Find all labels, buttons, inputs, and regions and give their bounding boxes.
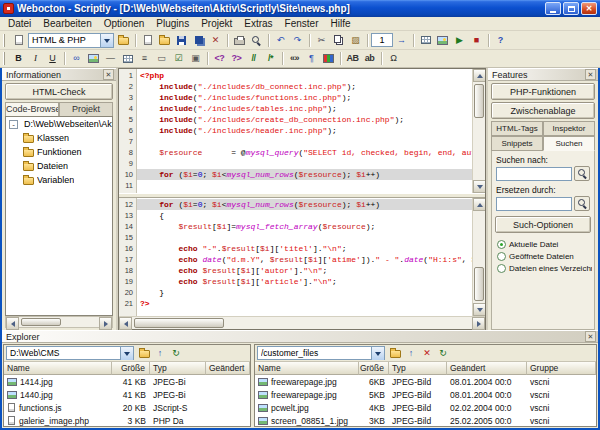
tree-root[interactable]: -D:\Web\Webseiten\Aktiv\Scri [6, 117, 112, 131]
scope-option[interactable]: Aktuelle Datei [494, 238, 592, 250]
hscroll-track[interactable] [132, 317, 472, 329]
tree-hscrollbar[interactable] [5, 316, 113, 328]
file-row[interactable]: 1440.jpg41 KBJPEG-Bi [4, 388, 250, 401]
line-comment-button[interactable]: // [245, 51, 262, 66]
scope-option[interactable]: Dateien eines Verzeichnis [494, 262, 592, 274]
editor-vscrollbar-bottom[interactable] [472, 198, 485, 316]
title-bar[interactable]: Webocton - Scriptly - [D:\Web\Webseiten\… [0, 0, 600, 17]
save-all-button[interactable] [190, 33, 207, 48]
goto-line-button[interactable]: → [393, 33, 410, 48]
menu-item-optionen[interactable]: Optionen [98, 17, 151, 30]
table-tag-button[interactable] [119, 51, 136, 66]
scroll-up-icon-2[interactable] [473, 198, 485, 211]
code-line-10[interactable]: 10 for ($i=0; $i<mysql_num_rows($resourc… [119, 169, 472, 180]
code-line-4[interactable]: 4 include("./includes/tables.inc.php"); [119, 103, 472, 114]
menu-item-hilfe[interactable]: Hilfe [325, 17, 357, 30]
replace-button[interactable] [574, 196, 590, 211]
list-tag-button[interactable]: ≡ [136, 51, 153, 66]
explorer-close-button[interactable]: ✕ [585, 331, 596, 342]
maximize-button[interactable] [563, 2, 579, 15]
radio-icon[interactable] [497, 240, 506, 249]
search-input[interactable] [496, 167, 572, 181]
search-button[interactable] [574, 166, 590, 181]
print-button[interactable] [231, 33, 248, 48]
right-delete-button[interactable]: ✕ [419, 346, 435, 360]
underline-button[interactable]: U [44, 51, 61, 66]
such-optionen-button[interactable]: Such-Optionen [495, 216, 591, 233]
button-tag-button[interactable]: ▣ [187, 51, 204, 66]
image-tag-button[interactable] [85, 51, 102, 66]
special-chars-button[interactable]: Ω [385, 51, 402, 66]
close-file-button[interactable]: ✕ [207, 33, 224, 48]
preview-button[interactable] [248, 33, 265, 48]
vscroll-thumb-top[interactable] [474, 84, 484, 118]
undo-button[interactable]: ↶ [272, 33, 289, 48]
column-header-name[interactable]: Name [4, 362, 112, 375]
left-path-dropdown-icon[interactable] [120, 347, 133, 360]
menu-item-plugins[interactable]: Plugins [150, 17, 195, 30]
right-path-select[interactable]: /customer_files [257, 346, 385, 360]
italic-button[interactable]: I [27, 51, 44, 66]
chevron-down-icon[interactable] [100, 34, 113, 47]
file-row[interactable]: screen_08851_1.jpg3KBJPEG-Bild25.02.2005… [255, 414, 596, 426]
code-line-1[interactable]: 1<?php [119, 70, 472, 81]
syntax-mode-select[interactable]: HTML & PHP [28, 33, 114, 48]
menu-item-bearbeiten[interactable]: Bearbeiten [37, 17, 97, 30]
left-up-dir-button[interactable]: ↑ [152, 346, 168, 360]
tab-suchen[interactable]: Suchen [543, 136, 595, 151]
minimize-button[interactable] [545, 2, 561, 15]
code-line-12[interactable]: 12 for ($i=0; $i<mysql_num_rows($resourc… [119, 199, 472, 210]
scope-option[interactable]: Geöffnete Dateien [494, 250, 592, 262]
code-line-3[interactable]: 3 include("./includes/functions.inc.php"… [119, 92, 472, 103]
snippets-button[interactable]: Snippets [491, 136, 543, 151]
file-row[interactable]: freewarepage.jpg6KBJPEG-Bild08.01.2004 0… [255, 375, 596, 388]
column-header-typ[interactable]: Typ [389, 362, 447, 375]
form-tag-button[interactable]: ▭ [153, 51, 170, 66]
block-comment-button[interactable]: /* [262, 51, 279, 66]
zwischenablage-button[interactable]: Zwischenablage [491, 102, 595, 119]
run-script-button[interactable]: ▶ [451, 33, 468, 48]
code-line-20[interactable]: 20 } [119, 287, 472, 298]
code-line-6[interactable]: 6 include("./includes/header.inc.php"); [119, 125, 472, 136]
file-row[interactable]: 1414.jpg41 KBJPEG-Bi [4, 375, 250, 388]
scroll-right-icon-2[interactable] [472, 317, 485, 330]
menu-item-projekt[interactable]: Projekt [195, 17, 238, 30]
scroll-down-icon-2[interactable] [473, 303, 485, 316]
menu-item-fenster[interactable]: Fenster [279, 17, 325, 30]
help-button[interactable]: ? [492, 33, 509, 48]
vscroll-thumb-bottom[interactable] [474, 267, 484, 301]
toolbar-grip[interactable] [3, 34, 7, 47]
replace-input[interactable] [496, 197, 572, 211]
paste-button[interactable]: ▨ [347, 33, 364, 48]
tree-item-funktionen[interactable]: Funktionen [6, 145, 112, 159]
file-row[interactable]: functions.js20 KBJScript-S [4, 401, 250, 414]
column-header-gendert[interactable]: Geändert [447, 362, 527, 375]
cut-button[interactable]: ✂ [313, 33, 330, 48]
stop-script-button[interactable]: ■ [468, 33, 485, 48]
scroll-left-icon-2[interactable] [119, 317, 132, 330]
radio-icon[interactable] [497, 252, 506, 261]
scroll-left-icon[interactable] [6, 317, 19, 330]
tab-code-browser[interactable]: Code-Browser [5, 102, 59, 116]
left-path-select[interactable]: D:\Web\CMS [6, 346, 134, 360]
right-up-dir-button[interactable]: ↑ [403, 346, 419, 360]
code-line-5[interactable]: 5 include("./includes/create_db_connecti… [119, 114, 472, 125]
bold-button[interactable]: B [10, 51, 27, 66]
column-header-gre[interactable]: Größe [112, 362, 150, 375]
scroll-up-icon[interactable] [473, 69, 485, 82]
hscroll-thumb[interactable] [134, 318, 224, 328]
code-line-19[interactable]: 19 echo $result[$i]['article']."\n"; [119, 276, 472, 287]
vscroll-track-top[interactable] [473, 82, 485, 180]
vscroll-track-bottom[interactable] [473, 211, 485, 303]
code-area-bottom[interactable]: 12 for ($i=0; $i<mysql_num_rows($resourc… [119, 198, 472, 316]
tree-item-variablen[interactable]: Variablen [6, 173, 112, 187]
lowercase-button[interactable]: ab [361, 51, 378, 66]
code-line-15[interactable]: 15 [119, 232, 472, 243]
new-from-template-button[interactable] [10, 33, 27, 48]
color-picker-button[interactable] [320, 51, 337, 66]
code-line-17[interactable]: 17 echo date("d.m.Y", $result[$i]['atime… [119, 254, 472, 265]
code-line-18[interactable]: 18 echo $result[$i]['autor']."\n"; [119, 265, 472, 276]
code-line-11[interactable]: 11 [119, 180, 472, 191]
toolbar-grip[interactable] [3, 52, 7, 65]
browse-files-button[interactable] [115, 33, 132, 48]
